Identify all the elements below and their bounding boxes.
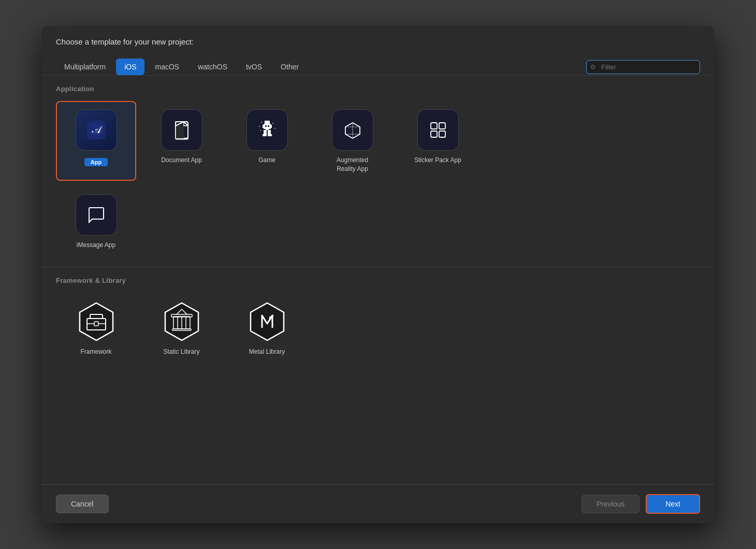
game-icon-box (246, 109, 288, 151)
tab-macos[interactable]: macOS (147, 59, 187, 75)
svg-rect-12 (270, 134, 272, 136)
template-item-game[interactable]: Game (227, 101, 307, 181)
svg-rect-6 (263, 125, 264, 128)
template-item-static-library[interactable]: Static Library (141, 293, 222, 364)
svg-rect-5 (264, 124, 271, 129)
document-icon (170, 119, 193, 141)
filter-input-wrap: ⊙ (586, 60, 700, 74)
application-section: Application 𝒜 App (41, 76, 715, 267)
application-items-grid: 𝒜 App Document App (56, 101, 700, 186)
framework-section-title: Framework & Library (56, 277, 700, 284)
game-icon (256, 119, 279, 141)
static-library-icon (161, 301, 202, 342)
dialog-footer: Cancel Previous Next (41, 484, 715, 523)
metal-library-icon (246, 301, 288, 342)
footer-right: Previous Next (581, 494, 700, 514)
document-app-icon-box (161, 109, 202, 151)
template-item-document-app[interactable]: Document App (141, 101, 222, 181)
tabs-bar: Multiplatform iOS macOS watchOS tvOS Oth… (41, 53, 715, 76)
svg-rect-4 (265, 121, 270, 124)
static-library-label: Static Library (163, 348, 199, 356)
imessage-icon (85, 204, 108, 226)
application-items-grid-2: iMessage App (56, 186, 700, 262)
svg-rect-16 (272, 123, 273, 124)
sticker-pack-icon-box (417, 109, 459, 151)
svg-rect-14 (268, 125, 269, 127)
metal-library-icon-wrap (246, 301, 288, 342)
application-section-title: Application (56, 85, 700, 93)
svg-marker-35 (251, 303, 284, 340)
game-label: Game (258, 156, 275, 165)
framework-icon (76, 301, 117, 342)
framework-section: Framework & Library Framew (41, 267, 715, 374)
sticker-pack-label: Sticker Pack App (414, 156, 461, 165)
content-area: Application 𝒜 App (41, 76, 715, 484)
svg-rect-18 (274, 128, 275, 129)
previous-button: Previous (581, 495, 639, 513)
tab-watchos[interactable]: watchOS (190, 59, 236, 75)
template-item-imessage[interactable]: iMessage App (56, 186, 136, 257)
document-app-label: Document App (161, 156, 202, 165)
next-button[interactable]: Next (646, 494, 700, 514)
svg-rect-23 (439, 131, 445, 137)
tab-tvos[interactable]: tvOS (238, 59, 270, 75)
svg-rect-11 (263, 134, 265, 136)
cancel-button[interactable]: Cancel (56, 495, 109, 513)
svg-rect-15 (261, 122, 262, 123)
imessage-label: iMessage App (77, 241, 115, 250)
svg-rect-21 (439, 123, 445, 129)
new-project-dialog: Choose a template for your new project: … (41, 26, 715, 523)
ar-icon (341, 119, 364, 141)
framework-items-grid: Framework (56, 293, 700, 369)
filter-icon: ⊙ (590, 63, 595, 70)
dialog-title: Choose a template for your new project: (41, 26, 715, 53)
svg-rect-17 (259, 126, 260, 127)
ar-app-label: AugmentedReality App (337, 156, 368, 174)
framework-label: Framework (80, 348, 111, 356)
tab-multiplatform[interactable]: Multiplatform (56, 59, 114, 75)
template-item-ar-app[interactable]: AugmentedReality App (312, 101, 392, 181)
svg-rect-13 (265, 125, 267, 127)
template-item-framework[interactable]: Framework (56, 293, 136, 364)
app-icon-box: 𝒜 (76, 109, 117, 151)
svg-rect-20 (431, 123, 437, 129)
svg-rect-3 (176, 126, 184, 138)
svg-rect-7 (271, 125, 272, 128)
svg-rect-19 (260, 130, 261, 131)
framework-icon-wrap (76, 301, 117, 342)
app-badge: App (84, 158, 108, 166)
tab-other[interactable]: Other (272, 59, 307, 75)
filter-input[interactable] (586, 60, 700, 74)
tab-ios[interactable]: iOS (116, 59, 144, 75)
template-item-metal-library[interactable]: Metal Library (227, 293, 307, 364)
svg-rect-27 (94, 322, 98, 326)
static-library-icon-wrap (161, 301, 202, 342)
imessage-icon-box (76, 194, 117, 236)
ar-app-icon-box (332, 109, 373, 151)
app-store-icon: 𝒜 (85, 119, 108, 141)
template-item-app[interactable]: 𝒜 App (56, 101, 136, 181)
svg-rect-22 (431, 131, 437, 137)
svg-rect-8 (266, 129, 269, 130)
filter-wrap: ⊙ (586, 60, 700, 74)
sticker-pack-icon (427, 119, 449, 141)
metal-library-label: Metal Library (249, 348, 285, 356)
template-item-sticker-pack[interactable]: Sticker Pack App (398, 101, 478, 181)
